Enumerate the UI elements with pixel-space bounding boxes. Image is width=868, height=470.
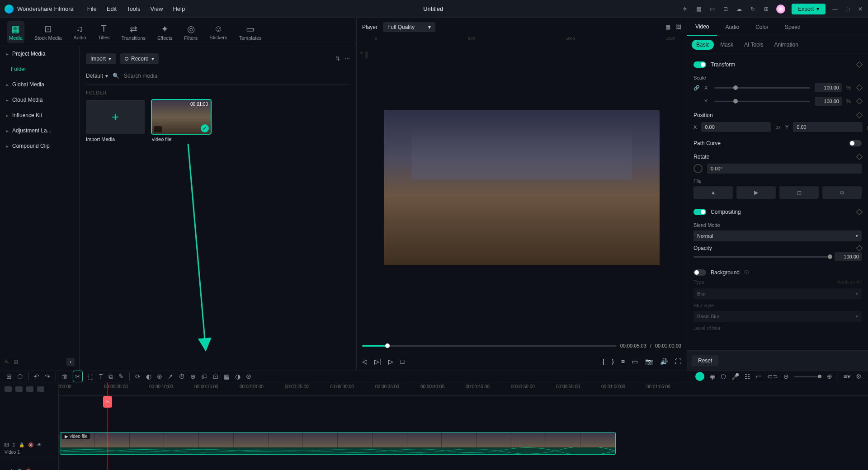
info-icon[interactable]: ⓘ — [744, 269, 749, 276]
volume-icon[interactable]: 🔊 — [660, 358, 668, 365]
image-icon[interactable]: 🖼 — [676, 24, 681, 30]
pstab-mask[interactable]: Mask — [716, 40, 738, 50]
grid-icon[interactable]: ⊞ — [6, 373, 12, 380]
unlink-icon[interactable]: ⊘ — [246, 373, 251, 380]
more-icon[interactable]: ⋯ — [344, 56, 350, 62]
enhance-icon[interactable]: ⊛ — [157, 373, 162, 380]
keyframe-icon[interactable] — [856, 154, 863, 160]
mask-icon[interactable]: ◑ — [235, 373, 241, 380]
tab-stock-media[interactable]: ⊡Stock Media — [33, 21, 64, 43]
bg-type-select[interactable]: Blur▾ — [693, 288, 862, 299]
sidebar-influence-kit[interactable]: ▸Influence Kit — [0, 108, 79, 123]
sort-default[interactable]: Default▾ — [86, 73, 108, 79]
th-icon-2[interactable] — [15, 386, 23, 392]
mark-out-button[interactable]: } — [612, 358, 614, 365]
magnet-icon[interactable]: ⬡ — [17, 373, 23, 380]
layout-icon[interactable]: ▦ — [665, 24, 670, 30]
compositing-toggle[interactable] — [693, 209, 706, 215]
playhead-scissors-icon[interactable]: ✂ — [103, 396, 112, 408]
record-button[interactable]: Record▾ — [120, 53, 159, 64]
monitor-icon[interactable]: ▭ — [632, 358, 638, 365]
th-icon-4[interactable] — [37, 386, 44, 392]
speed-icon[interactable]: ⟳ — [135, 373, 141, 380]
close-button[interactable]: ✕ — [857, 6, 863, 12]
rotate-input[interactable] — [707, 164, 862, 174]
background-toggle[interactable] — [693, 269, 706, 276]
flip-v-button[interactable]: ▶ — [736, 186, 776, 199]
scale-x-slider[interactable] — [714, 87, 810, 89]
disk-icon[interactable]: ⊡ — [722, 5, 729, 13]
menu-view[interactable]: View — [150, 5, 163, 12]
zoom-out-icon[interactable]: ⊖ — [783, 373, 789, 380]
split-icon[interactable]: ✂ — [73, 371, 82, 382]
tag-icon[interactable]: 🏷 — [201, 373, 208, 380]
timer-icon[interactable]: ⏱ — [179, 373, 185, 380]
ptab-video[interactable]: Video — [687, 18, 717, 36]
sidebar-compound-clip[interactable]: ▸Compound Clip — [0, 138, 79, 154]
ptab-audio[interactable]: Audio — [717, 18, 747, 36]
mic-icon[interactable]: 🎤 — [731, 373, 739, 380]
reset-button[interactable]: Reset — [692, 355, 718, 366]
flip-3-button[interactable]: ◻ — [779, 186, 819, 199]
delete-icon[interactable]: 🗑 — [61, 373, 68, 380]
pstab-basic[interactable]: Basic — [692, 40, 714, 50]
opacity-input[interactable] — [835, 252, 862, 261]
text-icon[interactable]: T — [99, 373, 103, 380]
th-icon-3[interactable] — [26, 386, 33, 392]
render-icon[interactable]: ▭ — [756, 373, 762, 380]
list-icon[interactable]: ≡ — [621, 358, 625, 365]
menu-file[interactable]: File — [87, 5, 97, 12]
link-icon[interactable]: 🔗 — [693, 85, 700, 91]
keyframe-icon[interactable] — [856, 85, 863, 91]
copy-icon[interactable]: ⧉ — [108, 373, 113, 381]
tab-filters[interactable]: ◎Filters — [182, 21, 199, 43]
keyframe-icon[interactable] — [856, 61, 863, 68]
tab-titles[interactable]: TTitles — [96, 21, 112, 43]
pstab-animation[interactable]: Animation — [769, 40, 802, 50]
maximize-button[interactable]: ◻ — [844, 6, 851, 12]
filter-icon[interactable]: ⇅ — [335, 56, 340, 62]
link2-icon[interactable]: ⊂⊃ — [767, 373, 778, 380]
pstab-ai-tools[interactable]: AI Tools — [740, 40, 768, 50]
sidebar-adjustment-layer[interactable]: ▸Adjustment La... — [0, 123, 79, 138]
group-icon[interactable]: ⊡ — [213, 373, 218, 380]
th-icon-1[interactable] — [5, 386, 12, 392]
fullscreen-icon[interactable]: ⛶ — [675, 358, 681, 365]
crop-icon[interactable]: ⬚ — [88, 373, 94, 380]
sidebar-folder[interactable]: Folder — [0, 61, 79, 77]
layers-icon[interactable]: ▦ — [224, 373, 230, 380]
ptab-speed[interactable]: Speed — [777, 18, 809, 36]
sidebar-cloud-media[interactable]: ▸Cloud Media — [0, 92, 79, 108]
ptab-color[interactable]: Color — [747, 18, 777, 36]
keyframe-icon[interactable] — [856, 112, 863, 118]
apps-icon[interactable]: ⊞ — [763, 5, 770, 13]
voice-icon[interactable]: ◉ — [710, 373, 715, 380]
video-preview[interactable] — [384, 110, 660, 265]
scale-x-input[interactable] — [815, 83, 842, 92]
keyframe-icon[interactable] — [856, 209, 863, 215]
send-icon[interactable]: ✈ — [681, 5, 689, 13]
shield-icon[interactable]: ⬡ — [721, 373, 726, 380]
sidebar-global-media[interactable]: ▸Global Media — [0, 77, 79, 92]
step-button[interactable]: ▷| — [374, 358, 381, 365]
scale-y-slider[interactable] — [714, 101, 810, 102]
eye-icon[interactable]: 👁 — [37, 442, 42, 447]
import-button[interactable]: Import▾ — [86, 53, 116, 64]
tab-audio[interactable]: ♫Audio — [72, 21, 88, 43]
audio-track-header[interactable]: ♪1 🔒 🔇 Audio 1 — [0, 458, 58, 470]
edit-icon[interactable]: ✎ — [118, 373, 124, 380]
redo-icon[interactable]: ↷ — [45, 373, 50, 380]
refresh-icon[interactable]: ↻ — [749, 5, 756, 13]
settings-icon[interactable]: ⚙ — [856, 373, 862, 380]
export-clip-icon[interactable]: ↗ — [168, 373, 173, 380]
color-icon[interactable]: ◐ — [146, 373, 151, 380]
keyframe-icon[interactable] — [856, 245, 863, 251]
news-icon[interactable]: ▦ — [695, 5, 702, 13]
tab-media[interactable]: ▦Media — [7, 21, 24, 43]
timeline-clip[interactable]: ▶video file — [60, 432, 616, 455]
collapse-sidebar-button[interactable]: ‹ — [66, 358, 75, 366]
sidebar-project-media[interactable]: ▸Project Media — [0, 46, 79, 61]
snapshot-icon[interactable]: 📷 — [645, 358, 653, 365]
media-clip-thumb[interactable]: 00:01:00 ✓ — [152, 100, 211, 134]
cloud-icon[interactable]: ☁ — [736, 5, 743, 13]
